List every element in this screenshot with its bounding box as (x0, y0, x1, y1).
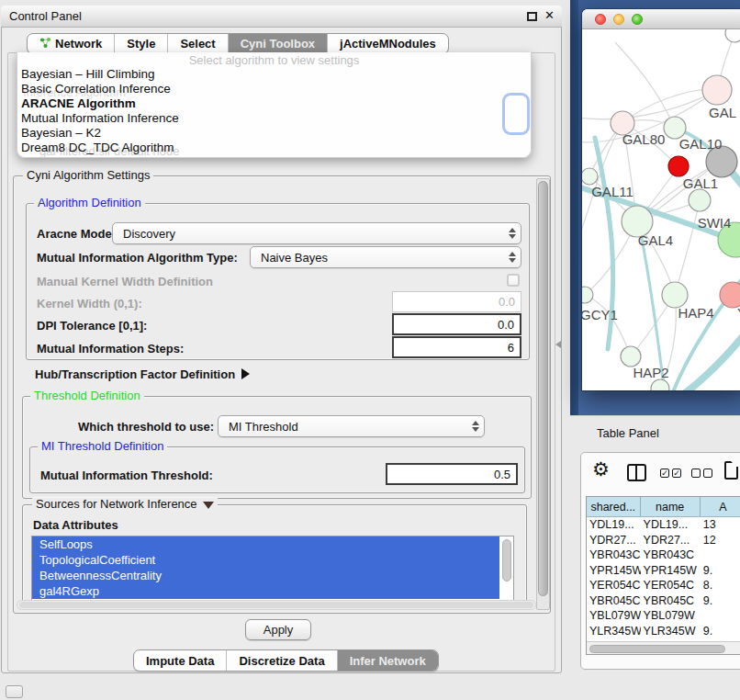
tab-label: Select (180, 37, 215, 51)
mi-type-combo[interactable]: Naive Bayes (250, 246, 521, 268)
aracne-mode-label: Aracne Mode: (37, 227, 116, 241)
hub-definition-label: Hub/Transcription Factor Definition (35, 367, 235, 381)
data-attributes-list[interactable]: SelfLoopsTopologicalCoefficientBetweenne… (31, 536, 514, 604)
table-row[interactable]: YBL079WYBL079W (587, 608, 740, 624)
table-row[interactable]: YER054CYER054C8. (587, 578, 740, 593)
mi-steps-label: Mutual Information Steps: (37, 342, 184, 356)
table-row[interactable]: YLR345WYLR345W9. (587, 624, 740, 639)
table-cell: YLR345W (587, 624, 641, 639)
hub-definition-expander[interactable]: Hub/Transcription Factor Definition (35, 367, 250, 381)
network-node[interactable] (702, 75, 732, 105)
table-row[interactable]: YDL19...YDL19...13 (587, 517, 740, 533)
scrollbar-thumb[interactable] (19, 602, 533, 608)
gear-icon[interactable]: ⚙ (592, 458, 610, 480)
table-cell: 9. (701, 624, 740, 639)
list-vertical-scrollbar[interactable] (501, 538, 512, 601)
table-row[interactable]: YDR27...YDR27...12 (587, 533, 740, 548)
network-node[interactable] (651, 379, 669, 390)
tab-discretize-data[interactable]: Discretize Data (226, 650, 336, 671)
popup-placeholder: Select algorithm to view settings (17, 53, 531, 67)
apply-button[interactable]: Apply (245, 619, 311, 640)
which-threshold-combo[interactable]: MI Threshold (218, 415, 485, 437)
column-header[interactable]: A (701, 497, 740, 516)
algorithm-option[interactable]: Dream8 DC_TDC Algorithm (21, 141, 526, 155)
panel-grip[interactable] (6, 685, 23, 698)
algorithm-option[interactable]: Mutual Information Inference (21, 111, 526, 126)
algorithm-option[interactable]: Bayesian – Hill Climbing (21, 67, 526, 82)
manual-kernel-checkbox[interactable] (507, 274, 520, 287)
attribute-item[interactable]: BetweennessCentrality (32, 568, 499, 583)
close-panel-icon[interactable]: ✕ (544, 8, 555, 22)
table-cell: YBR043C (641, 548, 701, 563)
table-cell: YBR045C (587, 593, 641, 609)
scrollbar-thumb[interactable] (589, 645, 725, 653)
table-cell: YLR345W (641, 624, 701, 639)
which-threshold-label: Which threshold to use: (78, 420, 214, 434)
combo-arrows-icon (504, 252, 521, 263)
scrollbar-thumb[interactable] (502, 539, 511, 581)
network-window[interactable]: GALGAL80GAL10GAL11GAL1SWI4GAL4GCY1HAP4YH… (582, 9, 740, 390)
columns-icon[interactable] (627, 464, 646, 481)
tab-label: Network (55, 37, 102, 51)
network-node-label: GAL80 (622, 131, 666, 147)
mi-threshold-label: Mutual Information Threshold: (40, 469, 213, 482)
close-traffic-light[interactable] (595, 14, 606, 25)
table-cell: 12 (701, 533, 740, 548)
dpi-tolerance-field[interactable]: 0.0 (392, 313, 521, 335)
algorithm-option[interactable]: Basic Correlation Inference (21, 82, 526, 96)
tab-jactivemnodules[interactable]: jActiveMNodules (327, 34, 448, 53)
algorithm-option[interactable]: ARACNE Algorithm (21, 96, 526, 111)
aracne-mode-combo[interactable]: Discovery (112, 222, 521, 244)
tab-cyni-toolbox[interactable]: Cyni Toolbox (228, 34, 327, 53)
expand-right-icon (241, 368, 250, 379)
algorithm-option[interactable]: Bayesian – K2 (21, 126, 526, 141)
minimize-traffic-light[interactable] (613, 14, 624, 25)
tab-infer-network[interactable]: Infer Network (337, 650, 438, 671)
network-node-label: HAP4 (678, 305, 713, 321)
sources-group-header[interactable]: Sources for Network Inference (32, 498, 218, 511)
settings-horizontal-scrollbar[interactable] (17, 600, 536, 610)
table-row[interactable]: YBR045CYBR045C9. (587, 593, 740, 609)
attribute-item[interactable]: gal4RGexp (32, 583, 499, 599)
table-horizontal-scrollbar[interactable] (587, 641, 740, 654)
table-row[interactable]: YPR145WYPR145W9. (587, 563, 740, 579)
table-row[interactable]: YBR043CYBR043C (587, 548, 740, 563)
network-node-label: GCY1 (582, 307, 618, 322)
network-node[interactable] (621, 346, 641, 367)
attribute-item[interactable]: TopologicalCoefficient (32, 552, 499, 568)
aracne-mode-value: Discovery (113, 227, 504, 241)
mi-steps-field[interactable]: 6 (392, 336, 521, 358)
column-header[interactable]: shared... (587, 497, 641, 516)
network-node[interactable] (725, 29, 740, 42)
control-panel-titlebar[interactable] (1, 6, 562, 28)
network-window-titlebar[interactable] (582, 9, 740, 29)
table-cell: 13 (701, 517, 740, 533)
kernel-width-field[interactable]: 0.0 (392, 291, 521, 312)
network-node[interactable] (720, 282, 740, 308)
tab-network[interactable]: Network (28, 34, 114, 53)
splitpane-arrow-icon[interactable] (555, 341, 561, 348)
network-edge (675, 200, 700, 295)
manual-kernel-label: Manual Kernel Width Definition (37, 275, 213, 288)
tab-impute-data[interactable]: Impute Data (134, 650, 226, 671)
deselect-all-checkboxes-icon[interactable] (691, 469, 712, 478)
column-header[interactable]: name (641, 497, 701, 516)
select-all-checkboxes-icon[interactable]: ✓✓ (660, 469, 681, 478)
network-edge (582, 90, 717, 119)
file-icon[interactable] (724, 461, 738, 480)
network-node-label: SWI4 (698, 215, 732, 231)
mi-threshold-field[interactable]: 0.5 (386, 463, 518, 485)
network-node[interactable] (689, 189, 711, 211)
network-node[interactable] (668, 156, 689, 176)
tab-style[interactable]: Style (114, 34, 167, 53)
network-canvas[interactable]: GALGAL80GAL10GAL11GAL1SWI4GAL4GCY1HAP4YH… (582, 29, 740, 390)
tab-select[interactable]: Select (167, 34, 227, 53)
mi-type-value: Naive Bayes (251, 251, 504, 265)
scrollbar-thumb[interactable] (538, 181, 548, 596)
network-node[interactable] (582, 287, 593, 303)
network-node[interactable] (582, 168, 598, 185)
network-node[interactable] (662, 282, 688, 308)
float-panel-icon[interactable] (527, 12, 537, 21)
zoom-traffic-light[interactable] (632, 14, 643, 25)
attribute-item[interactable]: SelfLoops (32, 536, 499, 552)
